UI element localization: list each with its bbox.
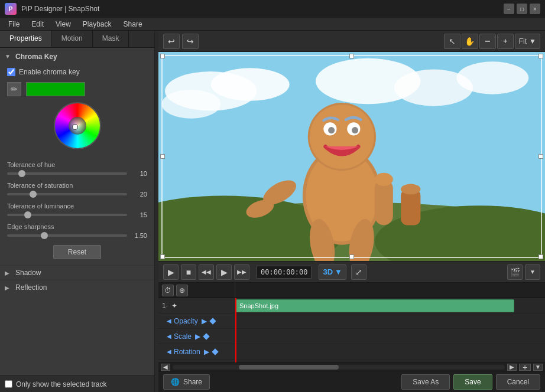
timeline-header-left: ⏱ ⊕: [158, 283, 235, 298]
menu-playback[interactable]: Playback: [77, 18, 118, 31]
add-track-button[interactable]: +: [519, 364, 531, 371]
svg-point-13: [310, 104, 374, 169]
rotation-track-content: [235, 344, 545, 360]
menu-share[interactable]: Share: [118, 18, 148, 31]
viewer-tools: ↖ ✋ − + Fit ▼: [444, 34, 540, 49]
saturation-slider[interactable]: [7, 193, 127, 195]
undo-button[interactable]: ↩: [163, 34, 180, 49]
edge-sharpness-slider[interactable]: [7, 234, 127, 237]
reflection-section[interactable]: ▶ Reflection: [0, 280, 154, 295]
zoom-out-button[interactable]: −: [479, 34, 496, 49]
opacity-label: Opacity: [174, 317, 198, 325]
chroma-key-header[interactable]: ▼ Chroma Key: [0, 50, 154, 63]
menu-view[interactable]: View: [50, 18, 77, 31]
title-bar: P PiP Designer | SnapShot − □ ×: [0, 0, 545, 18]
minimize-button[interactable]: −: [504, 4, 514, 14]
snapshot-button[interactable]: 🎬: [507, 264, 523, 280]
select-tool-button[interactable]: ↖: [444, 34, 460, 49]
svg-point-5: [456, 61, 528, 94]
scroll-options-button[interactable]: ▼: [533, 364, 543, 371]
tab-properties[interactable]: Properties: [0, 31, 52, 47]
stop-button[interactable]: ■: [181, 264, 196, 280]
scroll-left-button[interactable]: ◀: [161, 364, 170, 371]
video-background: [158, 52, 545, 261]
opacity-track-label[interactable]: ◀ Opacity ▶: [158, 313, 235, 329]
selected-track-checkbox[interactable]: [5, 380, 12, 388]
menu-edit[interactable]: Edit: [25, 18, 50, 31]
fast-forward-button[interactable]: ▶▶: [234, 264, 249, 280]
timeline-add-button[interactable]: ⊕: [176, 285, 188, 296]
tab-motion[interactable]: Motion: [52, 31, 93, 47]
next-frame-button[interactable]: ▶: [216, 264, 232, 280]
cancel-button[interactable]: Cancel: [496, 374, 540, 390]
menu-file[interactable]: File: [2, 18, 25, 31]
maximize-button[interactable]: □: [517, 4, 527, 14]
redo-button[interactable]: ↪: [182, 34, 199, 49]
track-1-label: 1· ✦: [158, 298, 235, 313]
scroll-right-button[interactable]: ▶: [507, 364, 517, 371]
track-1-star-icon: ✦: [171, 302, 177, 310]
opacity-arrow-icon: ◀: [167, 318, 171, 324]
timeline-settings-button[interactable]: ⏱: [162, 285, 174, 296]
svg-point-2: [211, 68, 290, 100]
timeline-scroll: ◀ ▶ + ▼: [158, 362, 545, 371]
timeline-body: 1· ✦ ◀ Opacity ▶ ◀ Scale ▶: [158, 298, 545, 362]
luminance-value: 15: [131, 211, 147, 218]
color-picker-row: ✏: [7, 82, 147, 96]
color-wheel[interactable]: [54, 102, 101, 149]
svg-point-16: [328, 127, 335, 133]
saturation-value: 20: [131, 191, 147, 198]
enable-chroma-label: Enable chroma key: [19, 68, 80, 76]
play-button[interactable]: ▶: [163, 264, 179, 280]
viewer-toolbar: ↩ ↪ ↖ ✋ − + Fit ▼: [158, 31, 545, 52]
eyedropper-button[interactable]: ✏: [7, 82, 21, 96]
reflection-title: Reflection: [15, 283, 47, 292]
prev-frame-button[interactable]: ◀◀: [199, 264, 214, 280]
scroll-thumb[interactable]: [173, 365, 505, 370]
fit-label: Fit: [519, 37, 527, 45]
pan-tool-button[interactable]: ✋: [462, 34, 478, 49]
chroma-key-content: Enable chroma key ✏: [0, 63, 154, 161]
close-button[interactable]: ×: [530, 4, 540, 14]
action-bar: 🌐 Share Save As Save Cancel: [158, 371, 545, 392]
opacity-keyframe-icon: [209, 318, 216, 324]
reset-button[interactable]: Reset: [53, 245, 101, 259]
color-swatch[interactable]: [26, 82, 85, 96]
video-canvas: [158, 52, 545, 261]
rotation-track-label[interactable]: ◀ Rotation ▶: [158, 344, 235, 360]
shadow-title: Shadow: [15, 269, 41, 277]
svg-point-21: [375, 173, 393, 186]
timeline: ⏱ ⊕ 00:00:00:00: [158, 282, 545, 371]
save-as-button[interactable]: Save As: [401, 374, 450, 390]
reflection-arrow: ▶: [5, 285, 12, 291]
zoom-in-button[interactable]: +: [497, 34, 514, 49]
scale-track-label[interactable]: ◀ Scale ▶: [158, 329, 235, 344]
right-panel: ↩ ↪ ↖ ✋ − + Fit ▼: [158, 31, 545, 392]
share-globe-button[interactable]: 🌐 Share: [163, 374, 210, 390]
main-clip[interactable]: SnapShot.jpg: [235, 299, 514, 312]
fullscreen-button[interactable]: ⤢: [351, 264, 366, 280]
tab-mask[interactable]: Mask: [93, 31, 129, 47]
chroma-key-arrow: ▼: [5, 53, 12, 60]
svg-point-17: [352, 127, 358, 133]
snapshot-options-button[interactable]: ▼: [525, 264, 540, 280]
shadow-section[interactable]: ▶ Shadow: [0, 265, 154, 280]
edge-sharpness-control: 1.50: [7, 232, 147, 239]
edge-sharpness-row: Edge sharpness 1.50: [7, 223, 147, 239]
window-title: PiP Designer | SnapShot: [21, 5, 99, 13]
scale-track-content: [235, 329, 545, 344]
window-controls: − □ ×: [504, 4, 540, 14]
shadow-arrow: ▶: [5, 270, 12, 276]
save-button[interactable]: Save: [453, 374, 492, 390]
enable-chroma-checkbox[interactable]: [7, 68, 15, 76]
3d-mode-button[interactable]: 3D ▼: [319, 264, 346, 280]
scroll-inner: [239, 365, 339, 370]
edge-sharpness-value: 1.50: [131, 232, 147, 239]
svg-point-6: [162, 90, 221, 119]
tabs: Properties Motion Mask: [0, 31, 154, 48]
hue-slider[interactable]: [7, 172, 127, 175]
fit-dropdown[interactable]: Fit ▼: [515, 34, 540, 49]
saturation-control: 20: [7, 191, 147, 198]
opacity-track-content: [235, 313, 545, 329]
luminance-slider[interactable]: [7, 214, 127, 216]
